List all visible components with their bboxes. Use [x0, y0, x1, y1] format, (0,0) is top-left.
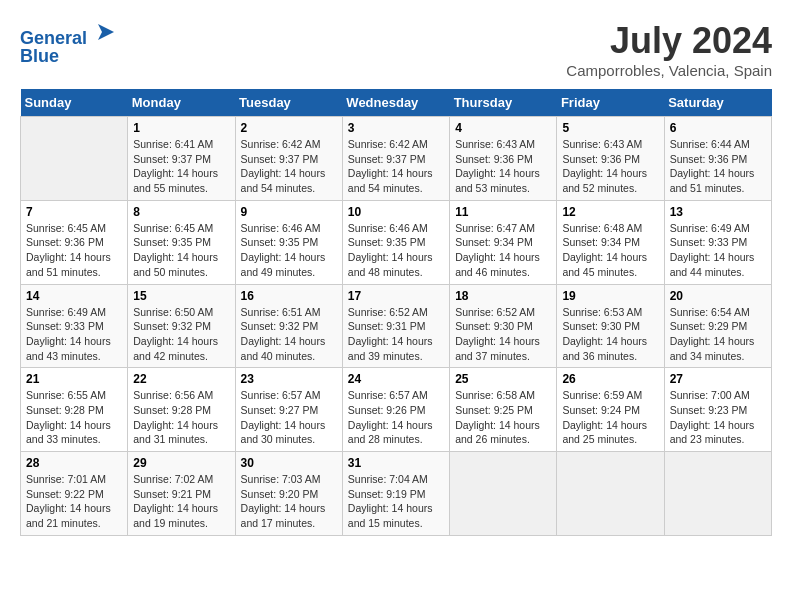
weekday-header-wednesday: Wednesday — [342, 89, 449, 117]
cell-info-line: Daylight: 14 hours — [241, 418, 337, 433]
cell-info-line: and 37 minutes. — [455, 349, 551, 364]
calendar-cell: 31Sunrise: 7:04 AMSunset: 9:19 PMDayligh… — [342, 452, 449, 536]
calendar-cell: 20Sunrise: 6:54 AMSunset: 9:29 PMDayligh… — [664, 284, 771, 368]
cell-info-line: Daylight: 14 hours — [562, 250, 658, 265]
calendar-cell: 8Sunrise: 6:45 AMSunset: 9:35 PMDaylight… — [128, 200, 235, 284]
cell-info-line: Sunrise: 6:52 AM — [348, 305, 444, 320]
cell-info-line: Sunrise: 6:44 AM — [670, 137, 766, 152]
calendar-cell — [557, 452, 664, 536]
day-number: 1 — [133, 121, 229, 135]
cell-info-line: and 36 minutes. — [562, 349, 658, 364]
logo-arrow-icon — [94, 20, 118, 44]
cell-info-line: and 50 minutes. — [133, 265, 229, 280]
cell-info-line: and 23 minutes. — [670, 432, 766, 447]
weekday-header-row: SundayMondayTuesdayWednesdayThursdayFrid… — [21, 89, 772, 117]
cell-info-line: Daylight: 14 hours — [133, 166, 229, 181]
day-number: 19 — [562, 289, 658, 303]
page-header: General Blue July 2024 Camporrobles, Val… — [20, 20, 772, 79]
day-number: 25 — [455, 372, 551, 386]
cell-info-line: Sunrise: 7:00 AM — [670, 388, 766, 403]
cell-info-line: Sunset: 9:28 PM — [26, 403, 122, 418]
day-number: 29 — [133, 456, 229, 470]
cell-info-line: and 45 minutes. — [562, 265, 658, 280]
calendar-cell: 9Sunrise: 6:46 AMSunset: 9:35 PMDaylight… — [235, 200, 342, 284]
day-number: 2 — [241, 121, 337, 135]
cell-info-line: Sunset: 9:21 PM — [133, 487, 229, 502]
cell-info-line: Sunrise: 6:55 AM — [26, 388, 122, 403]
cell-info-line: Daylight: 14 hours — [562, 418, 658, 433]
cell-info-line: Daylight: 14 hours — [455, 250, 551, 265]
cell-info-line: Sunset: 9:37 PM — [241, 152, 337, 167]
day-number: 17 — [348, 289, 444, 303]
cell-info-line: Sunrise: 7:03 AM — [241, 472, 337, 487]
cell-info-line: Sunset: 9:30 PM — [562, 319, 658, 334]
cell-info-line: Sunrise: 6:58 AM — [455, 388, 551, 403]
cell-info-line: Sunset: 9:33 PM — [670, 235, 766, 250]
cell-info-line: Daylight: 14 hours — [455, 166, 551, 181]
day-number: 15 — [133, 289, 229, 303]
cell-info-line: Daylight: 14 hours — [455, 334, 551, 349]
calendar-week-row: 14Sunrise: 6:49 AMSunset: 9:33 PMDayligh… — [21, 284, 772, 368]
cell-info-line: Sunset: 9:35 PM — [133, 235, 229, 250]
cell-info-line: Daylight: 14 hours — [348, 250, 444, 265]
day-number: 9 — [241, 205, 337, 219]
svg-marker-0 — [98, 24, 114, 40]
cell-info-line: Sunrise: 6:45 AM — [26, 221, 122, 236]
calendar-cell: 14Sunrise: 6:49 AMSunset: 9:33 PMDayligh… — [21, 284, 128, 368]
day-number: 11 — [455, 205, 551, 219]
cell-info-line: and 30 minutes. — [241, 432, 337, 447]
day-number: 3 — [348, 121, 444, 135]
month-year: July 2024 — [566, 20, 772, 62]
cell-info-line: and 52 minutes. — [562, 181, 658, 196]
calendar-cell: 3Sunrise: 6:42 AMSunset: 9:37 PMDaylight… — [342, 117, 449, 201]
calendar-cell: 7Sunrise: 6:45 AMSunset: 9:36 PMDaylight… — [21, 200, 128, 284]
cell-info-line: Sunset: 9:28 PM — [133, 403, 229, 418]
title-block: July 2024 Camporrobles, Valencia, Spain — [566, 20, 772, 79]
cell-info-line: Daylight: 14 hours — [26, 418, 122, 433]
cell-info-line: and 49 minutes. — [241, 265, 337, 280]
calendar-cell: 10Sunrise: 6:46 AMSunset: 9:35 PMDayligh… — [342, 200, 449, 284]
cell-info-line: Daylight: 14 hours — [241, 501, 337, 516]
calendar-cell: 29Sunrise: 7:02 AMSunset: 9:21 PMDayligh… — [128, 452, 235, 536]
cell-info-line: Daylight: 14 hours — [26, 501, 122, 516]
cell-info-line: Sunset: 9:32 PM — [133, 319, 229, 334]
cell-info-line: Daylight: 14 hours — [133, 418, 229, 433]
cell-info-line: and 25 minutes. — [562, 432, 658, 447]
day-number: 21 — [26, 372, 122, 386]
cell-info-line: Sunset: 9:36 PM — [670, 152, 766, 167]
cell-info-line: Sunset: 9:22 PM — [26, 487, 122, 502]
cell-info-line: Sunset: 9:33 PM — [26, 319, 122, 334]
cell-info-line: Daylight: 14 hours — [133, 250, 229, 265]
cell-info-line: Daylight: 14 hours — [26, 334, 122, 349]
cell-info-line: Daylight: 14 hours — [241, 250, 337, 265]
day-number: 24 — [348, 372, 444, 386]
day-number: 30 — [241, 456, 337, 470]
cell-info-line: Daylight: 14 hours — [455, 418, 551, 433]
day-number: 18 — [455, 289, 551, 303]
cell-info-line: Sunrise: 6:57 AM — [241, 388, 337, 403]
calendar-cell — [21, 117, 128, 201]
calendar-cell: 28Sunrise: 7:01 AMSunset: 9:22 PMDayligh… — [21, 452, 128, 536]
cell-info-line: Daylight: 14 hours — [670, 334, 766, 349]
cell-info-line: Sunrise: 6:57 AM — [348, 388, 444, 403]
cell-info-line: and 26 minutes. — [455, 432, 551, 447]
day-number: 26 — [562, 372, 658, 386]
calendar-cell: 24Sunrise: 6:57 AMSunset: 9:26 PMDayligh… — [342, 368, 449, 452]
day-number: 12 — [562, 205, 658, 219]
cell-info-line: Sunset: 9:30 PM — [455, 319, 551, 334]
cell-info-line: and 21 minutes. — [26, 516, 122, 531]
cell-info-line: Sunrise: 6:52 AM — [455, 305, 551, 320]
cell-info-line: and 53 minutes. — [455, 181, 551, 196]
day-number: 5 — [562, 121, 658, 135]
cell-info-line: Sunrise: 6:50 AM — [133, 305, 229, 320]
day-number: 4 — [455, 121, 551, 135]
cell-info-line: Sunset: 9:23 PM — [670, 403, 766, 418]
calendar-cell: 18Sunrise: 6:52 AMSunset: 9:30 PMDayligh… — [450, 284, 557, 368]
cell-info-line: Daylight: 14 hours — [348, 334, 444, 349]
day-number: 22 — [133, 372, 229, 386]
cell-info-line: Daylight: 14 hours — [670, 418, 766, 433]
calendar-cell — [450, 452, 557, 536]
cell-info-line: Daylight: 14 hours — [670, 250, 766, 265]
cell-info-line: Sunrise: 6:45 AM — [133, 221, 229, 236]
cell-info-line: and 48 minutes. — [348, 265, 444, 280]
